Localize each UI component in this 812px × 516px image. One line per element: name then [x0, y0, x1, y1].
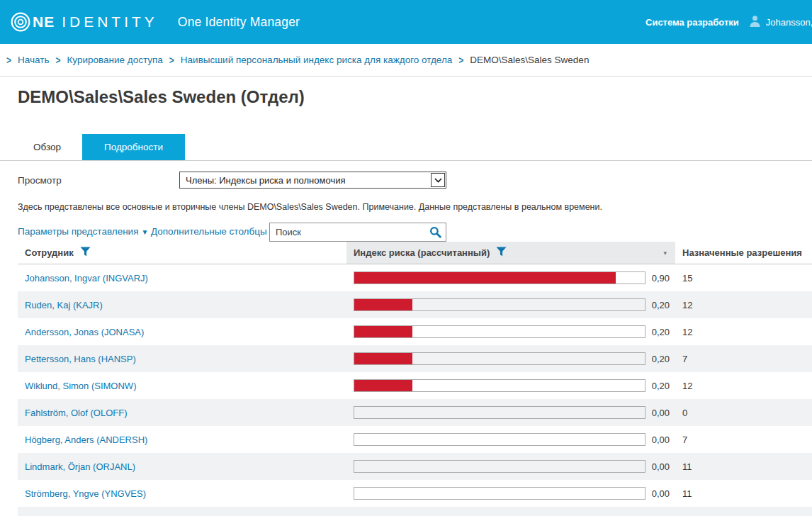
view-select[interactable]: Члены: Индексы риска и полномочия	[179, 172, 446, 189]
table-row: Ruden, Kaj (KAJR) 0,20 12	[18, 291, 812, 318]
employee-link[interactable]: Strömberg, Yngve (YNGVES)	[25, 488, 146, 499]
employee-link[interactable]: Johansson, Ingvar (INGVARJ)	[25, 273, 148, 284]
header-right: Система разработки Johansson, Ingvar	[645, 0, 812, 44]
risk-value: 0,00	[652, 461, 670, 472]
risk-value: 0,00	[652, 434, 670, 445]
view-select-value: Члены: Индексы риска и полномочия	[180, 175, 431, 186]
table-body: Johansson, Ingvar (INGVARJ) 0,90 15 Rude…	[18, 264, 812, 516]
table-row: Wiklund, Simon (SIMONW) 0,20 12	[18, 372, 812, 399]
table-row: Fahlström, Olof (OLOFF) 0,00 0	[18, 399, 812, 426]
employee-link[interactable]: Andersson, Jonas (JONASA)	[25, 327, 144, 337]
permissions-value: 0	[682, 408, 687, 418]
table-toolbar: Параметры представления▼ Дополнительные …	[18, 223, 812, 242]
breadcrumb-current: DEMO\Sales\Sales Sweden	[470, 55, 589, 65]
risk-bar-fill	[354, 353, 412, 364]
page-title: DEMO\Sales\Sales Sweden (Отдел)	[18, 87, 812, 107]
employee-link[interactable]: Högberg, Anders (ANDERSH)	[25, 434, 147, 445]
risk-bar-fill	[354, 299, 412, 310]
tabbar: Обзор Подробности	[0, 134, 812, 161]
table-row: Pettersson, Hans (HANSP) 0,20 7	[18, 345, 812, 372]
view-settings-link[interactable]: Параметры представления▼	[18, 226, 148, 237]
environment-label: Система разработки	[645, 17, 739, 28]
user-icon	[749, 15, 761, 29]
breadcrumb-chevron-icon: >	[458, 54, 463, 67]
filter-icon[interactable]	[496, 247, 507, 259]
search-box	[269, 223, 446, 242]
risk-bar-fill	[354, 272, 616, 284]
breadcrumb-chevron-icon: >	[6, 54, 11, 67]
permissions-value: 12	[682, 381, 692, 391]
table-row: Johansson, Ingvar (INGVARJ) 0,90 15	[18, 264, 812, 291]
sort-indicator-icon[interactable]: ▾	[663, 249, 667, 257]
risk-bar	[354, 271, 645, 284]
caret-down-icon: ▼	[141, 228, 148, 236]
permissions-header-label: Назначенные разрешения	[682, 247, 802, 258]
employee-link[interactable]: Ruden, Kaj (KAJR)	[25, 300, 103, 310]
breadcrumb-risk-index-report[interactable]: Наивысший персональный индекс риска для …	[181, 55, 452, 65]
risk-bar	[354, 298, 645, 311]
members-description: Здесь представлены все основные и вторич…	[18, 202, 812, 212]
table-row-partial	[18, 507, 812, 516]
risk-value: 0,20	[652, 354, 670, 364]
employee-link[interactable]: Wiklund, Simon (SIMONW)	[25, 381, 136, 391]
logo-rings-icon	[10, 11, 31, 33]
search-input[interactable]	[269, 223, 446, 242]
risk-bar	[354, 406, 645, 419]
risk-bar	[354, 433, 645, 446]
product-title: One Identity Manager	[178, 15, 300, 30]
app-header: NE IDENTITY One Identity Manager Система…	[0, 0, 812, 44]
permissions-value: 7	[682, 434, 687, 445]
brand-identity-text: IDENTITY	[62, 13, 158, 30]
employee-link[interactable]: Lindmark, Örjan (ORJANL)	[25, 461, 135, 472]
view-form-row: Просмотр Члены: Индексы риска и полномоч…	[18, 172, 812, 189]
one-identity-logo: NE IDENTITY	[10, 11, 158, 33]
tab-details[interactable]: Подробности	[82, 134, 185, 160]
column-header-employee[interactable]: Сотрудник	[18, 242, 346, 264]
search-icon[interactable]	[429, 226, 441, 241]
risk-bar-fill	[354, 380, 412, 391]
employee-link[interactable]: Pettersson, Hans (HANSP)	[25, 354, 136, 364]
select-dropdown-icon[interactable]	[431, 173, 445, 187]
risk-value: 0,90	[652, 273, 670, 284]
permissions-value: 12	[682, 327, 692, 337]
breadcrumb-chevron-icon: >	[169, 54, 174, 67]
brand-one-text: NE	[33, 13, 55, 30]
permissions-value: 11	[682, 461, 692, 472]
risk-bar	[354, 325, 645, 338]
risk-value: 0,20	[652, 300, 670, 310]
user-name: Johansson, Ingvar	[766, 17, 812, 28]
risk-bar	[354, 379, 645, 392]
risk-value: 0,20	[652, 327, 670, 337]
filter-icon[interactable]	[80, 247, 91, 259]
breadcrumb: > Начать > Курирование доступа > Наивысш…	[0, 44, 812, 77]
risk-bar-fill	[354, 326, 412, 337]
additional-columns-link[interactable]: Дополнительные столбцы	[151, 226, 267, 237]
tab-overview[interactable]: Обзор	[21, 134, 73, 160]
view-settings-label: Параметры представления	[18, 226, 138, 237]
column-header-risk-index[interactable]: Индекс риска (рассчитанный) ▾	[346, 242, 675, 264]
risk-bar	[354, 352, 645, 365]
breadcrumb-home[interactable]: Начать	[18, 55, 49, 65]
breadcrumb-access-governance[interactable]: Курирование доступа	[67, 55, 162, 65]
risk-index-header-label: Индекс риска (рассчитанный)	[354, 247, 490, 258]
risk-bar	[354, 460, 645, 473]
risk-value: 0,20	[652, 381, 670, 391]
employee-link[interactable]: Fahlström, Olof (OLOFF)	[25, 408, 127, 418]
user-menu[interactable]: Johansson, Ingvar	[749, 15, 812, 29]
permissions-value: 15	[682, 273, 692, 284]
members-table: Сотрудник Индекс риска (рассчитанный) ▾ …	[18, 242, 812, 516]
risk-value: 0,00	[652, 408, 670, 418]
permissions-value: 12	[682, 300, 692, 310]
breadcrumb-chevron-icon: >	[55, 54, 60, 67]
employee-header-label: Сотрудник	[25, 247, 74, 258]
column-header-permissions[interactable]: Назначенные разрешения	[675, 242, 812, 264]
table-row: Andersson, Jonas (JONASA) 0,20 12	[18, 318, 812, 345]
risk-bar	[354, 487, 645, 500]
table-header: Сотрудник Индекс риска (рассчитанный) ▾ …	[18, 242, 812, 264]
risk-value: 0,00	[652, 488, 670, 499]
table-row: Högberg, Anders (ANDERSH) 0,00 7	[18, 426, 812, 453]
table-row: Lindmark, Örjan (ORJANL) 0,00 11	[18, 453, 812, 480]
permissions-value: 11	[682, 488, 692, 499]
view-label: Просмотр	[18, 175, 179, 186]
table-row: Strömberg, Yngve (YNGVES) 0,00 11	[18, 480, 812, 507]
